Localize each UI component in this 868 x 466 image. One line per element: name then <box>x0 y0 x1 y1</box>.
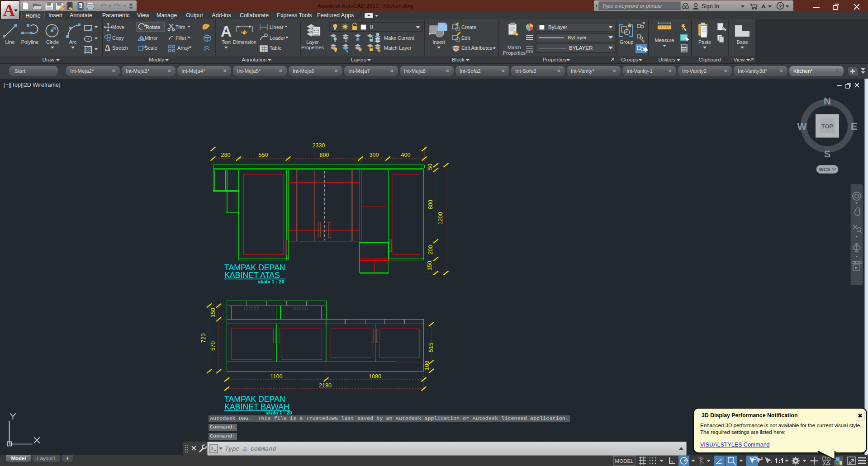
svg-text:KABINET ATAS: KABINET ATAS <box>224 271 280 280</box>
svg-text:skala 1 : 20: skala 1 : 20 <box>258 279 285 284</box>
svg-text:515: 515 <box>428 343 434 352</box>
svg-text:Dimension: Dimension <box>233 39 256 45</box>
svg-text:150: 150 <box>427 261 433 270</box>
svg-text:N: N <box>824 95 831 107</box>
svg-text:Scale: Scale <box>145 45 157 51</box>
svg-text:Group: Group <box>620 39 634 45</box>
svg-text:Trim: Trim <box>175 24 185 30</box>
svg-text:S: S <box>824 148 831 160</box>
svg-text:Measure: Measure <box>655 38 674 43</box>
svg-text:Draw: Draw <box>43 57 55 62</box>
svg-text:Layer: Layer <box>306 39 319 45</box>
svg-text:ByLayer: ByLayer <box>548 24 567 30</box>
svg-text:MODEL: MODEL <box>615 458 634 464</box>
svg-text:Text: Text <box>222 39 231 45</box>
svg-text:Properties: Properties <box>301 45 324 50</box>
svg-text:Properties: Properties <box>543 57 567 62</box>
svg-text:Match: Match <box>508 45 521 50</box>
svg-text:ByLayer: ByLayer <box>568 35 587 40</box>
svg-text:Base: Base <box>736 39 748 45</box>
svg-text:Insert: Insert <box>432 39 445 45</box>
svg-text:1200: 1200 <box>437 212 444 225</box>
svg-text:800: 800 <box>320 152 329 158</box>
svg-text:280: 280 <box>221 152 231 158</box>
svg-text:Array: Array <box>177 45 190 51</box>
svg-text:Rotate: Rotate <box>146 24 160 30</box>
svg-text:800: 800 <box>427 200 434 209</box>
svg-text:50: 50 <box>427 164 433 170</box>
svg-text:skala 1 : 20: skala 1 : 20 <box>266 410 292 415</box>
svg-text:E: E <box>851 121 858 132</box>
svg-text:Fillet: Fillet <box>175 35 186 41</box>
svg-text:A: A <box>3 1 15 19</box>
svg-text:Copy: Copy <box>112 35 124 41</box>
svg-text:Type a command: Type a command <box>225 446 276 452</box>
svg-text:W: W <box>797 121 807 132</box>
svg-text:1100: 1100 <box>270 373 283 380</box>
svg-text:570: 570 <box>210 341 216 351</box>
svg-text:Polyline: Polyline <box>21 39 39 45</box>
svg-text:Layers: Layers <box>351 57 367 62</box>
svg-text:150: 150 <box>210 308 216 317</box>
svg-text:Clipboard: Clipboard <box>698 57 721 62</box>
svg-text:Stretch: Stretch <box>112 45 128 51</box>
svg-text:300: 300 <box>370 152 379 158</box>
svg-text:0: 0 <box>370 24 373 30</box>
svg-text:Paste: Paste <box>698 39 711 45</box>
svg-text:1080: 1080 <box>369 373 381 380</box>
svg-text:Mirror: Mirror <box>145 35 158 41</box>
svg-text:BYLAYER: BYLAYER <box>569 45 593 51</box>
svg-text:720: 720 <box>200 334 207 343</box>
svg-text:View: View <box>734 57 745 62</box>
svg-text:A: A <box>221 23 232 40</box>
svg-text:200: 200 <box>427 245 434 254</box>
svg-text:Block: Block <box>452 57 465 62</box>
svg-text:Type a keyword or phrase: Type a keyword or phrase <box>602 3 662 9</box>
svg-text:Line: Line <box>5 39 15 45</box>
svg-text:Move: Move <box>112 24 124 30</box>
svg-text:Match Layer: Match Layer <box>384 45 412 51</box>
svg-text:Linear: Linear <box>270 24 284 30</box>
svg-text:Groups: Groups <box>621 57 638 62</box>
svg-text:?: ? <box>779 4 782 9</box>
svg-text:[−][Top][2D Wireframe]: [−][Top][2D Wireframe] <box>4 82 60 88</box>
svg-text:Make Current: Make Current <box>384 35 414 41</box>
svg-text:2330: 2330 <box>313 142 325 149</box>
svg-text:Annotation: Annotation <box>242 57 267 62</box>
svg-text:Properties: Properties <box>503 50 526 56</box>
svg-text:Modify: Modify <box>149 57 164 62</box>
svg-text:2180: 2180 <box>319 382 332 389</box>
svg-text:Utilities: Utilities <box>658 57 675 62</box>
svg-text:Table: Table <box>270 45 281 51</box>
svg-text:100: 100 <box>424 361 430 370</box>
svg-text:400: 400 <box>401 152 411 158</box>
svg-text:550: 550 <box>259 152 268 158</box>
svg-text:Arc: Arc <box>69 39 77 45</box>
svg-text:Circle: Circle <box>46 39 59 45</box>
svg-text:Leader: Leader <box>270 35 285 41</box>
svg-text:WCS: WCS <box>819 167 830 172</box>
svg-text:TOP: TOP <box>821 123 834 130</box>
svg-text:Create: Create <box>461 24 476 30</box>
svg-text:Sign In: Sign In <box>702 3 719 9</box>
svg-text:Edit: Edit <box>461 35 470 41</box>
svg-text:Edit Attributes: Edit Attributes <box>461 45 492 51</box>
